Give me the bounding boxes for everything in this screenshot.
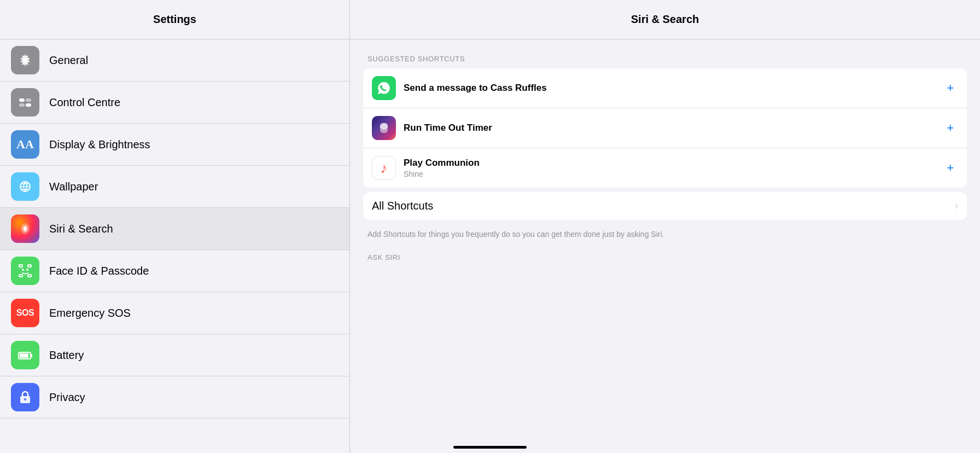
control-label: Control Centre	[49, 96, 120, 109]
svg-rect-12	[28, 275, 31, 277]
svg-rect-16	[31, 354, 32, 357]
battery-label: Battery	[49, 349, 84, 362]
faceid-icon	[11, 257, 39, 285]
privacy-label: Privacy	[49, 391, 85, 404]
shortcuts-info-text: Add Shortcuts for things you frequently …	[363, 224, 967, 249]
general-icon	[11, 46, 39, 74]
svg-rect-3	[19, 103, 25, 107]
music-subtitle: Shine	[404, 170, 942, 178]
sidebar-item-battery[interactable]: Battery	[0, 334, 349, 376]
svg-point-13	[22, 269, 24, 271]
sos-label: Emergency SOS	[49, 307, 131, 320]
settings-title: Settings	[153, 13, 196, 26]
all-shortcuts-row[interactable]: All Shortcuts ›	[363, 192, 967, 220]
shortcut-music[interactable]: ♪ Play Communion Shine +	[363, 148, 967, 188]
svg-rect-10	[28, 265, 31, 267]
display-label: Display & Brightness	[49, 138, 150, 151]
sidebar-item-siri[interactable]: Siri & Search	[0, 208, 349, 250]
siri-icon	[11, 214, 39, 243]
svg-point-14	[26, 269, 28, 271]
sidebar-item-wallpaper[interactable]: Wallpaper	[0, 166, 349, 208]
svg-rect-11	[19, 275, 22, 277]
wallpaper-icon	[11, 172, 39, 201]
privacy-icon	[11, 383, 39, 411]
whatsapp-text: Send a message to Cass Ruffles	[404, 83, 942, 94]
right-panel: SUGGESTED SHORTCUTS Send a message to Ca…	[350, 39, 980, 453]
sidebar: General Control Centre AA Display & Brig…	[0, 39, 350, 453]
suggested-shortcuts-header: SUGGESTED SHORTCUTS	[363, 55, 967, 63]
all-shortcuts-label: All Shortcuts	[372, 200, 955, 212]
svg-rect-4	[26, 103, 31, 107]
header-right: Siri & Search	[350, 0, 980, 39]
music-note-symbol: ♪	[381, 160, 388, 177]
svg-rect-9	[19, 265, 22, 267]
faceid-label: Face ID & Passcode	[49, 265, 149, 277]
sidebar-item-display[interactable]: AA Display & Brightness	[0, 124, 349, 166]
sos-icon: SOS	[11, 299, 39, 327]
svg-rect-2	[26, 98, 31, 102]
timer-add-button[interactable]: +	[942, 119, 958, 137]
whatsapp-title: Send a message to Cass Ruffles	[404, 83, 942, 94]
svg-rect-1	[19, 98, 25, 102]
svg-point-19	[24, 398, 26, 400]
svg-point-8	[24, 227, 27, 230]
music-text: Play Communion Shine	[404, 158, 942, 178]
siri-label: Siri & Search	[49, 223, 113, 235]
sidebar-item-general[interactable]: General	[0, 39, 349, 82]
header: Settings Siri & Search	[0, 0, 980, 39]
wallpaper-label: Wallpaper	[49, 181, 98, 193]
chevron-right-icon: ›	[955, 200, 958, 212]
music-title: Play Communion	[404, 158, 942, 169]
home-indicator	[453, 446, 527, 449]
timer-text: Run Time Out Timer	[404, 123, 942, 133]
control-icon	[11, 88, 39, 117]
ask-siri-header: ASK SIRI	[363, 253, 967, 262]
music-add-button[interactable]: +	[942, 159, 958, 177]
svg-rect-17	[20, 353, 28, 358]
siri-search-title: Siri & Search	[631, 13, 699, 26]
header-left: Settings	[0, 0, 350, 39]
sidebar-item-privacy[interactable]: Privacy	[0, 376, 349, 419]
main-content: General Control Centre AA Display & Brig…	[0, 39, 980, 453]
whatsapp-icon	[372, 76, 396, 100]
music-icon: ♪	[372, 156, 396, 180]
sidebar-item-faceid[interactable]: Face ID & Passcode	[0, 250, 349, 292]
shortcuts-icon	[372, 116, 396, 140]
shortcuts-card: Send a message to Cass Ruffles + Run Tim…	[363, 68, 967, 188]
sidebar-item-sos[interactable]: SOS Emergency SOS	[0, 292, 349, 334]
battery-icon	[11, 341, 39, 369]
sidebar-item-control[interactable]: Control Centre	[0, 82, 349, 124]
shortcut-timer[interactable]: Run Time Out Timer +	[363, 108, 967, 148]
general-label: General	[49, 54, 88, 67]
timer-title: Run Time Out Timer	[404, 123, 942, 133]
display-icon: AA	[11, 130, 39, 159]
whatsapp-add-button[interactable]: +	[942, 79, 958, 97]
shortcut-whatsapp[interactable]: Send a message to Cass Ruffles +	[363, 68, 967, 108]
